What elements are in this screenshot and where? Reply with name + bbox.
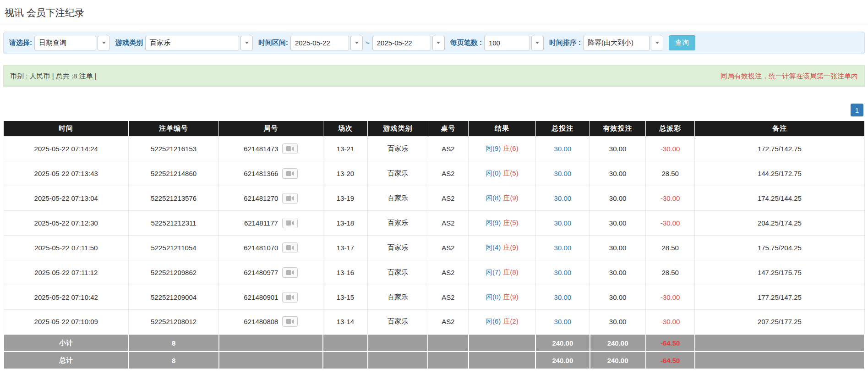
cell-time: 2025-05-22 07:14:24 — [4, 136, 128, 161]
date-from-input[interactable] — [290, 36, 349, 50]
date-from-combobox — [290, 36, 363, 50]
video-replay-button[interactable] — [282, 292, 298, 303]
cell-valid-bet: 30.00 — [590, 136, 646, 161]
game-type-combobox — [145, 36, 253, 50]
col-header-round-id: 局号 — [219, 121, 323, 136]
grand-total-row: 总计 8 240.00 240.00 -64.50 — [4, 352, 864, 369]
cell-time: 2025-05-22 07:10:42 — [4, 285, 128, 309]
video-replay-button[interactable] — [282, 143, 298, 154]
page-size-label: 每页笔数 : — [450, 39, 482, 47]
game-type-input[interactable] — [145, 36, 239, 50]
cell-table-no: AS2 — [428, 235, 468, 260]
col-header-table-no: 桌号 — [428, 121, 468, 136]
currency-total-text: 币别 : 人民币 | 总共 :8 注单 | — [10, 72, 97, 81]
date-from-caret-button[interactable] — [350, 36, 363, 50]
cell-session: 13-17 — [323, 235, 368, 260]
cell-time: 2025-05-22 07:13:04 — [4, 186, 128, 210]
total-bet-link[interactable]: 30.00 — [554, 194, 572, 202]
cell-total-bet: 30.00 — [535, 136, 590, 161]
cell-bet-id: 522521208012 — [128, 309, 218, 334]
cell-bet-id: 522521216153 — [128, 136, 218, 161]
table-row: 2025-05-22 07:12:30 522521212311 6214811… — [4, 210, 864, 235]
result-player: 闲(9) — [486, 144, 501, 152]
game-type-caret-button[interactable] — [240, 36, 253, 50]
video-replay-button[interactable] — [282, 193, 298, 204]
query-type-caret-button[interactable] — [98, 36, 110, 50]
summary-bar: 币别 : 人民币 | 总共 :8 注单 | 同局有效投注，统一计算在该局第一张注… — [3, 65, 865, 87]
video-replay-button[interactable] — [282, 267, 298, 278]
cell-session: 13-19 — [323, 186, 368, 210]
date-to-caret-button[interactable] — [432, 36, 445, 50]
cell-valid-bet: 30.00 — [590, 161, 646, 186]
cell-session: 13-15 — [323, 285, 368, 309]
subtotal-label: 小计 — [4, 334, 128, 352]
round-id-text: 621480808 — [244, 318, 278, 325]
header-row: 时间 注单编号 局号 场次 游戏类别 桌号 结果 总投注 有效投注 总派彩 备注 — [4, 121, 864, 136]
video-replay-icon — [286, 319, 294, 325]
cell-table-no: AS2 — [428, 260, 468, 285]
result-player: 闲(6) — [486, 317, 501, 325]
subtotal-payout: -64.50 — [646, 334, 695, 352]
cell-payout: -30.00 — [646, 136, 695, 161]
cell-valid-bet: 30.00 — [590, 309, 646, 334]
cell-time: 2025-05-22 07:11:12 — [4, 260, 128, 285]
sort-input[interactable] — [583, 36, 650, 50]
cell-remark: 177.25/147.25 — [695, 285, 864, 309]
cell-remark: 174.25/144.25 — [695, 186, 864, 210]
page-size-input[interactable] — [484, 36, 530, 50]
cell-game-type: 百家乐 — [368, 161, 428, 186]
cell-table-no: AS2 — [428, 161, 468, 186]
search-button[interactable]: 查询 — [669, 35, 695, 50]
col-header-remark: 备注 — [695, 121, 864, 136]
video-replay-button[interactable] — [282, 242, 298, 253]
cell-result: 闲(9)庄(5) — [469, 210, 536, 235]
total-bet-link[interactable]: 30.00 — [554, 244, 572, 252]
total-bet-link[interactable]: 30.00 — [554, 170, 572, 177]
date-to-combobox — [372, 36, 445, 50]
page-size-caret-button[interactable] — [531, 36, 544, 50]
round-id-text: 621481366 — [244, 170, 278, 177]
col-header-bet-id: 注单编号 — [128, 121, 218, 136]
cell-total-bet: 30.00 — [535, 285, 590, 309]
result-banker: 庄(5) — [503, 169, 518, 177]
sort-label: 时间排序 : — [549, 39, 581, 47]
cell-bet-id: 522521214860 — [128, 161, 218, 186]
game-type-label: 游戏类别 — [115, 39, 143, 47]
total-bet-link[interactable]: 30.00 — [554, 269, 572, 276]
total-bet-link[interactable]: 30.00 — [554, 293, 572, 301]
cell-session: 13-18 — [323, 210, 368, 235]
table-row: 2025-05-22 07:13:04 522521213576 6214812… — [4, 186, 864, 210]
total-bet-link[interactable]: 30.00 — [554, 318, 572, 325]
cell-round-id: 621480901 — [219, 285, 323, 309]
subtotal-empty — [469, 334, 536, 352]
cell-payout: -30.00 — [646, 186, 695, 210]
cell-round-id: 621480977 — [219, 260, 323, 285]
cell-result: 闲(9)庄(6) — [469, 136, 536, 161]
subtotal-empty — [219, 334, 323, 352]
sort-caret-button[interactable] — [651, 36, 663, 50]
video-replay-icon — [286, 220, 294, 226]
pagination: 1 — [3, 104, 863, 116]
total-bet-link[interactable]: 30.00 — [554, 219, 572, 227]
cell-payout: -30.00 — [646, 285, 695, 309]
time-range-label: 时间区间: — [258, 39, 288, 47]
cell-session: 13-20 — [323, 161, 368, 186]
cell-time: 2025-05-22 07:11:50 — [4, 235, 128, 260]
video-replay-button[interactable] — [282, 168, 298, 179]
cell-result: 闲(4)庄(9) — [469, 235, 536, 260]
pagination-page-1[interactable]: 1 — [851, 104, 863, 116]
subtotal-total-bet: 240.00 — [535, 334, 590, 352]
video-replay-button[interactable] — [282, 218, 298, 228]
col-header-total-bet: 总投注 — [535, 121, 590, 136]
result-banker: 庄(9) — [503, 194, 518, 202]
cell-bet-id: 522521209862 — [128, 260, 218, 285]
date-to-input[interactable] — [372, 36, 431, 50]
cell-valid-bet: 30.00 — [590, 210, 646, 235]
sort-combobox — [583, 36, 663, 50]
total-bet-link[interactable]: 30.00 — [554, 145, 572, 153]
query-type-input[interactable] — [34, 36, 96, 50]
query-type-combobox — [34, 36, 110, 50]
subtotal-empty — [368, 334, 428, 352]
video-replay-button[interactable] — [282, 316, 298, 327]
cell-round-id: 621481366 — [219, 161, 323, 186]
